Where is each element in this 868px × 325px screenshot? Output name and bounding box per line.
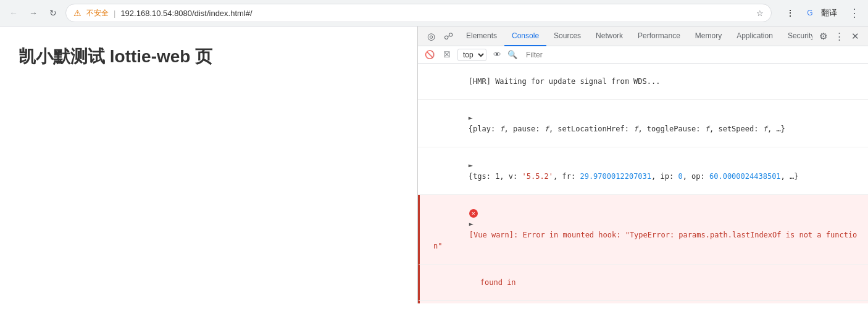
tab-sources[interactable]: Sources bbox=[546, 27, 588, 46]
console-output[interactable]: [HMR] Waiting for update signal from WDS… bbox=[418, 64, 868, 303]
console-filter-input[interactable] bbox=[521, 49, 863, 60]
console-line: [HMR] Waiting for update signal from WDS… bbox=[418, 64, 868, 100]
bookmark-icon[interactable]: ☆ bbox=[756, 9, 764, 18]
extensions-area: ⋮ G 翻译 bbox=[777, 4, 842, 22]
warning-label: 不安全 bbox=[86, 8, 109, 19]
translate-ext-button[interactable]: G bbox=[801, 4, 819, 22]
tab-memory[interactable]: Memory bbox=[688, 27, 729, 46]
device-toolbar-button[interactable]: ☍ bbox=[440, 28, 456, 44]
devtools-settings-button[interactable]: ⚙ bbox=[815, 28, 831, 44]
tab-security[interactable]: Security bbox=[780, 27, 812, 46]
devtools-right-icons: ⚙ ⋮ ✕ bbox=[815, 28, 863, 44]
forward-button[interactable]: → bbox=[26, 6, 41, 20]
console-text: found in bbox=[480, 278, 516, 287]
url-text: 192.168.10.54:8080/dist/index.html#/ bbox=[120, 9, 252, 18]
error-icon: ✕ bbox=[469, 209, 478, 218]
page-title: 凯小默测试 lottie-web 页 bbox=[19, 45, 399, 68]
console-text: {tgs: 1, v: '5.5.2', fr: 29.970001220703… bbox=[469, 172, 799, 181]
devtools-more-button[interactable]: ⋮ bbox=[831, 28, 847, 44]
console-error-line: ✕ ► [Vue warn]: Error in mounted hook: "… bbox=[418, 195, 868, 265]
console-line: ► {play: f, pause: f, setLocationHref: f… bbox=[418, 100, 868, 147]
devtools-close-button[interactable]: ✕ bbox=[847, 28, 863, 44]
back-button[interactable]: ← bbox=[6, 6, 21, 20]
tab-application[interactable]: Application bbox=[729, 27, 780, 46]
filter-icon: 🔍 bbox=[507, 50, 517, 59]
devtools-panel: ◎ ☍ Elements Console Sources Network Per… bbox=[417, 27, 868, 303]
context-select[interactable]: top bbox=[457, 49, 486, 61]
console-text: [HMR] Waiting for update signal from WDS… bbox=[469, 77, 661, 86]
security-warning-icon: ⚠ bbox=[73, 8, 81, 18]
console-text: [Vue warn]: Error in mounted hook: "Type… bbox=[433, 231, 857, 250]
console-text: {play: f, pause: f, setLocationHref: f, … bbox=[469, 125, 785, 133]
console-error-detail: found in bbox=[418, 265, 868, 301]
page-content: 凯小默测试 lottie-web 页 bbox=[0, 27, 417, 303]
tab-elements[interactable]: Elements bbox=[459, 27, 504, 46]
devtools-tabs: Elements Console Sources Network Perform… bbox=[459, 27, 812, 46]
tab-network[interactable]: Network bbox=[588, 27, 630, 46]
chrome-menu-button[interactable]: ⋮ bbox=[847, 6, 862, 20]
console-line: ► {tgs: 1, v: '5.5.2', fr: 29.9700012207… bbox=[418, 147, 868, 195]
tab-console[interactable]: Console bbox=[504, 27, 546, 46]
devtools-toolbar: ◎ ☍ Elements Console Sources Network Per… bbox=[418, 27, 868, 46]
filter-toggle-button[interactable]: ☒ bbox=[440, 48, 454, 62]
expand-arrow[interactable]: ► bbox=[469, 113, 473, 122]
address-bar[interactable]: ⚠ 不安全 | 192.168.10.54:8080/dist/index.ht… bbox=[65, 4, 772, 22]
clear-console-button[interactable]: 🚫 bbox=[423, 48, 436, 62]
inspect-element-button[interactable]: ◎ bbox=[423, 28, 439, 44]
grid-icon[interactable]: ⋮ bbox=[782, 4, 799, 22]
eye-icon-button[interactable]: 👁 bbox=[490, 48, 504, 62]
console-error-detail: ---> <Lottie> at src/index/components/lo… bbox=[418, 301, 868, 303]
translate-label: 翻译 bbox=[821, 7, 837, 19]
reload-button[interactable]: ↻ bbox=[46, 6, 61, 20]
devtools-left-icons: ◎ ☍ bbox=[423, 28, 456, 44]
expand-arrow[interactable]: ► bbox=[469, 220, 474, 228]
expand-arrow[interactable]: ► bbox=[469, 161, 473, 170]
console-toolbar: 🚫 ☒ top 👁 🔍 bbox=[418, 46, 868, 64]
browser-chrome: ← → ↻ ⚠ 不安全 | 192.168.10.54:8080/dist/in… bbox=[0, 0, 868, 27]
tab-performance[interactable]: Performance bbox=[630, 27, 688, 46]
url-separator: | bbox=[114, 9, 115, 18]
